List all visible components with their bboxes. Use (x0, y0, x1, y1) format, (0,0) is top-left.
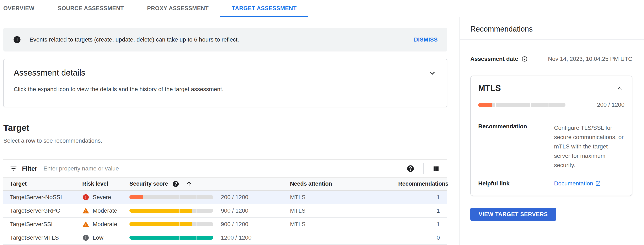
assessment-date-info-icon[interactable] (522, 56, 528, 62)
table-row[interactable]: TargetServerSSL Moderate 900 / 1200 MTLS… (3, 218, 447, 231)
assessment-details-title: Assessment details (14, 68, 86, 77)
info-icon (13, 35, 21, 44)
target-name: TargetServerGRPC (10, 208, 82, 214)
score-bar-segment (130, 195, 146, 199)
recommendations-count: 1 (398, 221, 440, 228)
score-bar-segment (478, 103, 495, 107)
needs-attention-value: MTLS (290, 221, 398, 228)
banner-message: Events related to targets (create, updat… (30, 36, 239, 43)
security-score-bar (130, 222, 213, 226)
dismiss-button[interactable]: DISMISS (414, 36, 438, 43)
score-bar-segment (197, 236, 213, 240)
score-bar-segment (146, 195, 162, 199)
severe-risk-icon (82, 194, 89, 201)
panel-divider (460, 39, 644, 40)
sort-ascending-icon[interactable] (186, 180, 192, 188)
mtls-recommendation-card: MTLS 200 / 1200 Recommendation Configure… (470, 76, 632, 196)
tab-proxy-assessment[interactable]: PROXY ASSESSMENT (136, 0, 220, 17)
tab-target-assessment[interactable]: TARGET ASSESSMENT (220, 0, 308, 17)
table-row[interactable]: TargetServer-NoSSL Severe 200 / 1200 MTL… (3, 191, 447, 204)
column-settings-icon[interactable] (432, 165, 440, 172)
score-bar-segment (180, 195, 196, 199)
score-bar-segment (197, 195, 213, 199)
moderate-risk-icon (82, 207, 89, 214)
mtls-card-title: MTLS (478, 83, 501, 93)
score-bar-segment (496, 103, 513, 107)
score-bar-segment (130, 209, 146, 213)
recommendation-label: Recommendation (478, 123, 554, 170)
moderate-risk-icon (82, 221, 89, 228)
score-bar-segment (146, 236, 162, 240)
target-table: Filter Target Risk level Security score (3, 159, 447, 245)
score-bar-segment (197, 209, 213, 213)
recommendation-text: Configure TLS/SSL for secure communicati… (554, 123, 624, 170)
security-score-value: 1200 / 1200 (221, 235, 290, 241)
security-score-value: 200 / 1200 (221, 194, 290, 201)
filter-icon (10, 165, 18, 173)
recommendations-count: 1 (398, 208, 440, 214)
target-section-title: Target (3, 123, 460, 133)
score-bar-segment (163, 236, 180, 240)
assessment-details-description: Click the expand icon to view the detail… (14, 86, 437, 93)
mtls-score-bar (478, 103, 566, 107)
score-bar-segment (146, 222, 162, 226)
mtls-score-value: 200 / 1200 (597, 102, 624, 108)
helpful-link-label: Helpful link (478, 180, 554, 187)
risk-level-label: Moderate (93, 208, 117, 214)
tab-source-assessment[interactable]: SOURCE ASSESSMENT (46, 0, 136, 17)
table-row[interactable]: TargetServerGRPC Moderate 900 / 1200 MTL… (3, 204, 447, 218)
table-body: TargetServer-NoSSL Severe 200 / 1200 MTL… (3, 191, 447, 245)
score-bar-segment (531, 103, 548, 107)
score-bar-segment (163, 222, 180, 226)
target-name: TargetServerMTLS (10, 235, 82, 241)
risk-level-label: Moderate (93, 221, 117, 228)
recommendation-row: Recommendation Configure TLS/SSL for sec… (478, 118, 624, 175)
filter-label: Filter (22, 165, 37, 172)
score-bar-segment (130, 222, 146, 226)
recommendations-count: 0 (398, 235, 440, 241)
security-score-bar (130, 195, 213, 199)
score-bar-segment (130, 236, 146, 240)
recommendations-panel: Recommendations Assessment date Nov 14, … (460, 17, 644, 245)
view-target-servers-button[interactable]: VIEW TARGET SERVERS (470, 208, 556, 221)
chevron-down-icon[interactable] (427, 68, 437, 78)
helpful-link-row: Helpful link Documentation (478, 175, 624, 192)
toolbar-divider (423, 163, 424, 174)
low-risk-icon (82, 234, 89, 241)
security-score-help-icon[interactable] (172, 180, 179, 188)
score-bar-segment (163, 209, 180, 213)
risk-level-label: Severe (93, 194, 111, 201)
filter-input[interactable] (44, 165, 406, 172)
score-bar-segment (180, 236, 196, 240)
score-bar-segment (146, 209, 162, 213)
tab-overview[interactable]: OVERVIEW (0, 0, 46, 17)
column-header-recommendations: Recommendations (398, 181, 440, 187)
score-bar-segment (513, 103, 530, 107)
filter-help-icon[interactable] (406, 165, 414, 173)
filter-bar: Filter (3, 159, 447, 177)
documentation-link[interactable]: Documentation (554, 180, 601, 187)
security-score-bar (130, 236, 213, 240)
target-name: TargetServer-NoSSL (10, 194, 82, 201)
assessment-date-row: Assessment date Nov 14, 2023, 10:04:25 P… (470, 51, 632, 67)
tab-bar: OVERVIEW SOURCE ASSESSMENT PROXY ASSESSM… (0, 0, 644, 17)
chevron-up-icon[interactable] (615, 84, 624, 93)
score-bar-segment (180, 209, 196, 213)
external-link-icon (595, 181, 601, 187)
needs-attention-value: MTLS (290, 194, 398, 201)
security-score-value: 900 / 1200 (221, 221, 290, 228)
table-row[interactable]: TargetServerMTLS Low 1200 / 1200 — 0 (3, 231, 447, 245)
column-header-target: Target (10, 181, 82, 187)
target-name: TargetServerSSL (10, 221, 82, 228)
table-header-row: Target Risk level Security score Needs a… (3, 177, 447, 191)
info-banner: Events related to targets (create, updat… (3, 28, 447, 51)
risk-level-label: Low (93, 235, 103, 241)
score-bar-segment (197, 222, 213, 226)
score-bar-segment (548, 103, 566, 107)
target-section-subtitle: Select a row to see recommendations. (3, 137, 460, 144)
needs-attention-value: — (290, 235, 398, 241)
main-content: Events related to targets (create, updat… (0, 17, 460, 245)
column-header-risk-level: Risk level (82, 181, 130, 187)
score-bar-segment (163, 195, 180, 199)
score-bar-segment (180, 222, 196, 226)
